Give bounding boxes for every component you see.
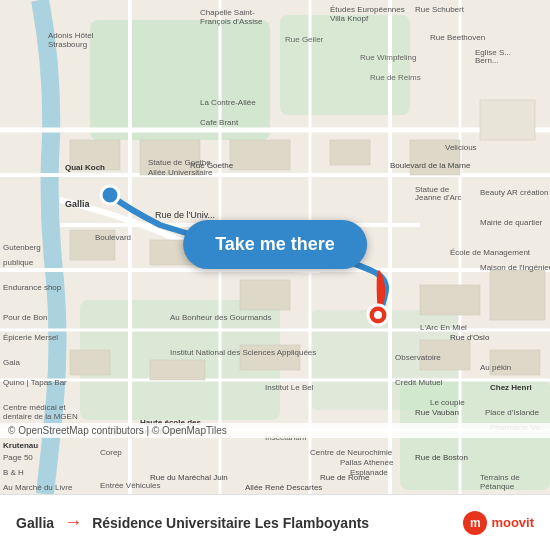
svg-text:Rue Geiler: Rue Geiler [285,35,324,44]
svg-text:Au Bonheur des Gourmands: Au Bonheur des Gourmands [170,313,271,322]
svg-text:Rue Schubert: Rue Schubert [415,5,465,14]
svg-text:Boulevard de la Marne: Boulevard de la Marne [390,161,471,170]
svg-text:Statue de Goethe: Statue de Goethe [148,158,211,167]
direction-arrow-icon: → [64,512,82,533]
svg-text:Boulevard: Boulevard [95,233,131,242]
svg-text:Velicious: Velicious [445,143,477,152]
svg-text:Quai Koch: Quai Koch [65,163,105,172]
svg-text:Chez Henri: Chez Henri [490,383,532,392]
take-me-there-button[interactable]: Take me there [183,220,367,269]
svg-text:B & H: B & H [3,468,24,477]
svg-text:François d'Assise: François d'Assise [200,17,263,26]
svg-text:Esplanade: Esplanade [350,468,388,477]
svg-rect-27 [420,285,480,315]
svg-text:Centre médical et: Centre médical et [3,403,66,412]
svg-point-105 [101,186,119,204]
svg-text:Mairie de quartier: Mairie de quartier [480,218,543,227]
svg-text:Place d'Islande: Place d'Islande [485,408,540,417]
svg-rect-30 [150,360,205,380]
svg-point-107 [374,311,382,319]
svg-text:Cafe Brant: Cafe Brant [200,118,239,127]
moovit-m-icon: m [463,511,487,535]
svg-rect-21 [330,140,370,165]
svg-rect-26 [240,280,290,310]
svg-text:Rue du Maréchal Juin: Rue du Maréchal Juin [150,473,228,482]
svg-text:Institut Le Bel: Institut Le Bel [265,383,314,392]
svg-text:Pallas Athenee: Pallas Athenee [340,458,394,467]
svg-text:Crédit Mutuel: Crédit Mutuel [395,378,443,387]
svg-text:Endurance shop: Endurance shop [3,283,62,292]
svg-rect-20 [230,140,290,170]
moovit-text: moovit [491,515,534,530]
svg-text:Études Européennes: Études Européennes [330,5,405,14]
svg-text:Krutenau: Krutenau [3,441,38,450]
svg-text:Rue d'Oslo: Rue d'Oslo [450,333,490,342]
svg-text:Corep: Corep [100,448,122,457]
svg-text:École de Management: École de Management [450,248,531,257]
svg-text:Le couple: Le couple [430,398,465,407]
map-area: Adonis Hôtel Strasbourg Chapelle Saint- … [0,0,550,494]
svg-text:Pétanque: Pétanque [480,482,515,491]
copyright-text: © OpenStreetMap contributors | © OpenMap… [8,425,227,436]
copyright-bar: © OpenStreetMap contributors | © OpenMap… [0,423,550,438]
svg-text:L'Arc En Miel: L'Arc En Miel [420,323,467,332]
svg-text:La Contre-Allée: La Contre-Allée [200,98,256,107]
svg-text:Pour de Bon: Pour de Bon [3,313,47,322]
svg-text:Au Marché du Livre: Au Marché du Livre [3,483,73,492]
svg-text:Maison de l'Ingénieur: Maison de l'Ingénieur [480,263,550,272]
svg-text:dentaire de la MGEN: dentaire de la MGEN [3,412,78,421]
svg-text:Rue de Boston: Rue de Boston [415,453,468,462]
svg-text:Rue de l'Univ...: Rue de l'Univ... [155,210,215,220]
bottom-navigation-bar: Gallia → Résidence Universitaire Les Fla… [0,494,550,550]
svg-rect-29 [70,350,110,375]
svg-text:Beauty AR création: Beauty AR création [480,188,548,197]
svg-text:Rue Beethoven: Rue Beethoven [430,33,485,42]
svg-text:Gallia: Gallia [65,199,91,209]
svg-text:Allée René Descartes: Allée René Descartes [245,483,322,492]
svg-text:Strasbourg: Strasbourg [48,40,87,49]
svg-text:publique: publique [3,258,34,267]
svg-rect-28 [490,270,545,320]
svg-rect-1 [90,20,270,140]
app-container: Adonis Hôtel Strasbourg Chapelle Saint- … [0,0,550,550]
svg-text:Allée Universitaire: Allée Universitaire [148,168,213,177]
moovit-logo: m moovit [463,511,534,535]
svg-text:Terrains de: Terrains de [480,473,520,482]
svg-text:Bern...: Bern... [475,56,499,65]
svg-text:Au pékin: Au pékin [480,363,511,372]
svg-text:Chapelle Saint-: Chapelle Saint- [200,8,255,17]
svg-rect-23 [480,100,535,140]
svg-text:Rue Wimpfeling: Rue Wimpfeling [360,53,416,62]
svg-text:Villa Knopf: Villa Knopf [330,14,369,23]
svg-text:Gala: Gala [3,358,20,367]
svg-text:Gutenberg: Gutenberg [3,243,41,252]
svg-text:Page 50: Page 50 [3,453,33,462]
destination-label: Résidence Universitaire Les Flamboyants [92,515,453,531]
svg-text:Rue Vauban: Rue Vauban [415,408,459,417]
svg-text:Épicerie Mersel: Épicerie Mersel [3,333,58,342]
svg-text:Quino | Tapas Bar: Quino | Tapas Bar [3,378,67,387]
svg-text:Observatoire: Observatoire [395,353,441,362]
svg-text:Centre de Neurochimie: Centre de Neurochimie [310,448,393,457]
svg-text:Entrée Véhicules: Entrée Véhicules [100,481,160,490]
svg-text:Jeanne d'Arc: Jeanne d'Arc [415,193,461,202]
svg-text:Rue de Reims: Rue de Reims [370,73,421,82]
svg-text:Institut National des Sciences: Institut National des Sciences Appliquée… [170,348,316,357]
svg-text:Adonis Hôtel: Adonis Hôtel [48,31,94,40]
origin-label: Gallia [16,515,54,531]
